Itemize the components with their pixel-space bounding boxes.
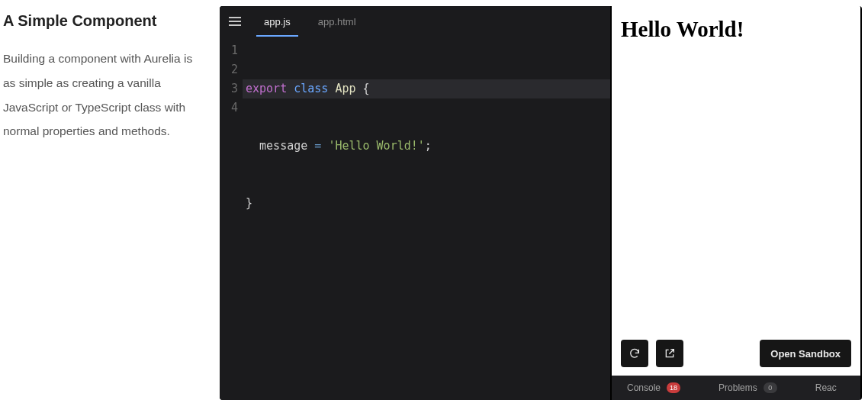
console-error-badge: 18	[667, 382, 680, 393]
line-number: 3	[220, 79, 243, 98]
preview-column: Hello World! Open Sandbox Console 18	[610, 6, 862, 400]
code-line: }	[243, 194, 610, 213]
line-gutter: 1 2 3 4	[220, 37, 243, 400]
doc-title: A Simple Component	[3, 12, 201, 30]
open-external-button[interactable]	[656, 340, 683, 367]
refresh-icon	[628, 347, 641, 360]
console-bar: Console 18 Problems 0 Reac	[612, 376, 860, 400]
preview-output: Hello World!	[621, 17, 851, 42]
line-number: 1	[220, 41, 243, 60]
console-label: Console	[627, 382, 661, 393]
line-number: 2	[220, 60, 243, 79]
menu-button[interactable]	[220, 6, 250, 37]
preview-body: Hello World!	[612, 6, 860, 331]
problems-tab[interactable]: Problems 0	[719, 382, 777, 393]
open-external-icon	[664, 347, 676, 360]
problems-label: Problems	[719, 382, 757, 393]
editor-header: app.js app.html	[220, 6, 610, 37]
sandbox-panel: app.js app.html 1 2 3 4 export class App…	[220, 6, 862, 400]
refresh-button[interactable]	[621, 340, 648, 367]
react-label: Reac	[815, 382, 837, 393]
editor-column: app.js app.html 1 2 3 4 export class App…	[220, 6, 610, 400]
code-body[interactable]: export class App { message = 'Hello Worl…	[243, 37, 610, 400]
tab-app-html[interactable]: app.html	[304, 6, 370, 37]
react-devtools-tab[interactable]: Reac	[815, 382, 837, 393]
console-tab[interactable]: Console 18	[627, 382, 680, 393]
code-pane[interactable]: 1 2 3 4 export class App { message = 'He…	[220, 37, 610, 400]
tab-app-js[interactable]: app.js	[250, 6, 304, 37]
doc-column: A Simple Component Building a component …	[0, 0, 220, 400]
open-sandbox-button[interactable]: Open Sandbox	[760, 340, 851, 367]
code-line: export class App {	[243, 79, 610, 98]
doc-body: Building a component with Aurelia is as …	[3, 47, 201, 144]
code-line	[243, 251, 610, 270]
problems-badge: 0	[764, 382, 777, 393]
code-line: message = 'Hello World!';	[243, 137, 610, 156]
preview-toolbar: Open Sandbox	[612, 331, 860, 376]
menu-icon	[229, 17, 241, 26]
line-number: 4	[220, 98, 243, 118]
